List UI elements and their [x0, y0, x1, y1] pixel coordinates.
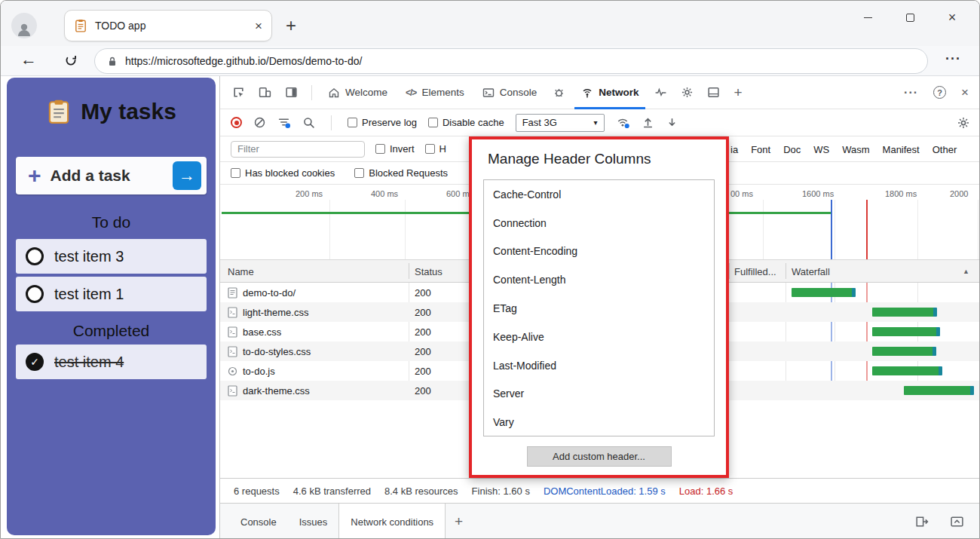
checkbox[interactable] — [348, 118, 357, 127]
drawer-tab-console[interactable]: Console — [229, 504, 288, 539]
disable-cache-toggle[interactable]: Disable cache — [428, 117, 504, 128]
tab-elements[interactable]: </> Elements — [399, 76, 471, 109]
url-bar[interactable]: https://microsoftedge.github.io/Demos/de… — [94, 48, 928, 74]
hide-data-urls-toggle[interactable]: H — [425, 143, 446, 155]
header-option[interactable]: Content-Encoding — [484, 237, 714, 266]
blocked-requests-toggle[interactable]: Blocked Requests — [354, 167, 448, 179]
checkbox[interactable] — [354, 168, 364, 178]
search-icon[interactable] — [302, 116, 315, 129]
app-title: My tasks — [81, 99, 176, 124]
invert-toggle[interactable]: Invert — [375, 143, 415, 155]
header-option[interactable]: Vary — [484, 408, 714, 436]
tab-console[interactable]: Console — [476, 76, 544, 109]
sort-ascending-icon[interactable]: ▲ — [963, 268, 969, 275]
drawer-tab-issues[interactable]: Issues — [288, 504, 339, 539]
request-status: 200 — [415, 346, 431, 357]
preserve-log-toggle[interactable]: Preserve log — [348, 117, 417, 128]
import-har-icon[interactable] — [642, 116, 654, 129]
maximize-button[interactable] — [889, 2, 931, 32]
header-option[interactable]: Keep-Alive — [484, 323, 714, 351]
drawer-more-tabs-icon[interactable]: + — [455, 513, 463, 530]
todo-section-header: To do — [7, 213, 216, 231]
column-header-name[interactable]: Name — [228, 260, 254, 283]
column-divider[interactable] — [409, 263, 409, 279]
network-settings-icon[interactable] — [957, 116, 970, 130]
help-icon[interactable]: ? — [933, 86, 946, 99]
checkbox[interactable] — [425, 144, 435, 154]
network-conditions-icon[interactable] — [616, 116, 630, 129]
add-custom-header-button[interactable]: Add custom header... — [527, 446, 672, 467]
task-item[interactable]: test item 1 — [16, 277, 207, 311]
filter-chip[interactable]: Other — [933, 144, 957, 155]
filter-chip[interactable]: ia — [730, 144, 738, 155]
panel-layout-icon[interactable] — [280, 83, 302, 102]
add-task-submit-button[interactable]: → — [173, 161, 201, 190]
network-toolbar: Preserve log Disable cache Fast 3G ▾ — [220, 109, 980, 136]
checkbox-label: Has blocked cookies — [245, 167, 335, 179]
blocked-cookies-toggle[interactable]: Has blocked cookies — [231, 167, 335, 179]
task-item[interactable]: test item 3 — [16, 239, 207, 274]
task-checkbox-checked[interactable]: ✓ — [26, 353, 44, 371]
back-button[interactable]: ← — [20, 50, 37, 69]
throttling-dropdown[interactable]: Fast 3G ▾ — [516, 114, 605, 132]
column-divider[interactable] — [729, 263, 730, 279]
network-summary-bar: 6 requests 4.6 kB transferred 8.4 kB res… — [220, 478, 980, 503]
header-option[interactable]: Server — [484, 380, 714, 409]
filter-chip[interactable]: Doc — [783, 144, 801, 155]
checkbox[interactable] — [231, 168, 240, 178]
waterfall-bar — [872, 347, 936, 356]
performance-icon[interactable] — [650, 83, 672, 102]
request-name: to-do-styles.css — [243, 346, 311, 357]
undock-drawer-icon[interactable] — [914, 515, 929, 528]
request-name: light-theme.css — [243, 307, 308, 318]
tab-network[interactable]: Network — [574, 76, 645, 109]
refresh-button[interactable] — [64, 54, 78, 67]
task-checkbox[interactable] — [26, 247, 44, 265]
column-header-waterfall[interactable]: Waterfall — [792, 260, 830, 283]
new-tab-button[interactable]: + — [286, 15, 296, 36]
filter-icon[interactable] — [277, 116, 291, 129]
browser-menu-icon[interactable]: ··· — [945, 51, 961, 67]
transferred-size: 4.6 kB transferred — [293, 485, 371, 497]
load-marker — [866, 200, 868, 259]
tab-welcome[interactable]: Welcome — [321, 76, 394, 109]
browser-tab[interactable]: TODO app × — [64, 10, 272, 41]
task-checkbox[interactable] — [26, 285, 44, 303]
gear-icon[interactable] — [676, 83, 698, 102]
checkbox[interactable] — [375, 144, 385, 154]
tab-close-icon[interactable]: × — [255, 20, 262, 32]
filter-chip[interactable]: Wasm — [842, 144, 869, 155]
device-toolbar-icon[interactable] — [254, 83, 276, 102]
inspect-element-icon[interactable] — [228, 83, 250, 102]
dock-panel-icon[interactable] — [703, 83, 724, 102]
more-tabs-icon[interactable]: + — [729, 81, 746, 104]
record-button[interactable] — [231, 117, 242, 128]
filter-chip[interactable]: WS — [813, 144, 829, 155]
checkbox-label: Blocked Requests — [369, 167, 448, 179]
header-option[interactable]: Content-Length — [484, 265, 714, 294]
header-option[interactable]: ETag — [484, 294, 714, 323]
filter-chip[interactable]: Manifest — [883, 144, 920, 155]
column-header-status[interactable]: Status — [415, 260, 443, 283]
column-divider[interactable] — [786, 263, 786, 279]
header-option[interactable]: Connection — [484, 209, 714, 237]
task-item-completed[interactable]: ✓ test item 4 — [16, 345, 207, 379]
minimize-button[interactable] — [847, 2, 889, 32]
export-har-icon[interactable] — [666, 116, 678, 129]
header-option[interactable]: Cache-Control — [484, 180, 714, 209]
devtools-menu-icon[interactable]: ··· — [904, 86, 918, 100]
close-button[interactable]: × — [931, 2, 973, 32]
clear-icon[interactable] — [253, 116, 266, 129]
devtools-close-icon[interactable]: × — [961, 85, 969, 100]
bug-icon[interactable] — [548, 83, 570, 102]
header-option[interactable]: Last-Modified — [484, 351, 714, 380]
filter-input[interactable] — [231, 141, 365, 158]
request-name: base.css — [243, 326, 281, 338]
drawer-tab-network-conditions[interactable]: Network conditions — [338, 504, 446, 539]
add-task-field[interactable]: + Add a task → — [16, 157, 207, 194]
expand-drawer-icon[interactable] — [950, 515, 964, 528]
filter-chip[interactable]: Font — [751, 144, 770, 155]
column-header-fulfilled[interactable]: Fulfilled... — [734, 260, 776, 283]
profile-avatar[interactable] — [11, 13, 37, 38]
checkbox[interactable] — [428, 118, 438, 127]
